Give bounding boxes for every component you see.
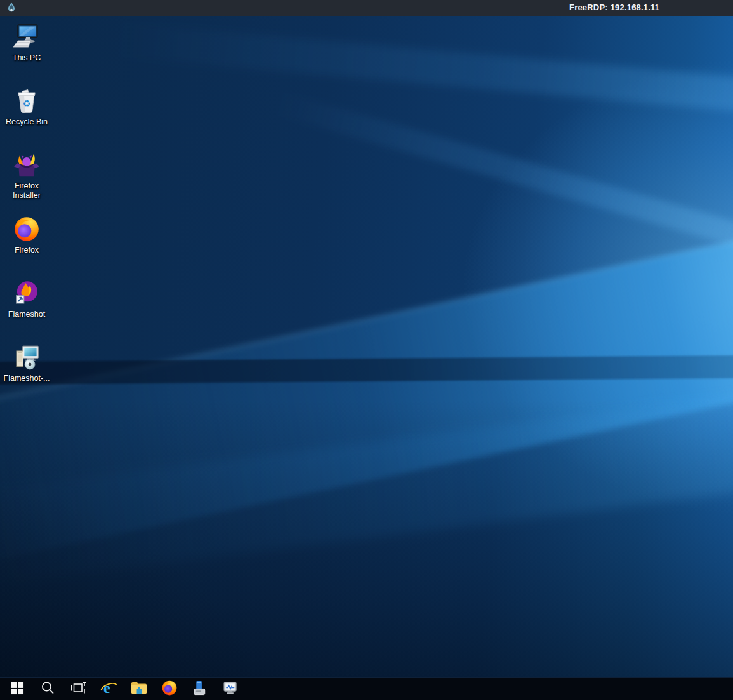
system-monitor-button[interactable]	[215, 678, 246, 700]
folder-icon	[131, 681, 147, 697]
desktop-icon-flameshot-setup[interactable]: Flameshot-...	[1, 341, 53, 406]
firefox-icon	[161, 680, 178, 698]
desktop-icon-label: Flameshot	[8, 310, 45, 319]
shade	[0, 16, 733, 678]
desktop-icon-label: Firefox Installer	[2, 182, 51, 200]
search-button[interactable]	[32, 678, 63, 700]
task-view-icon	[70, 681, 86, 697]
firefox-taskbar-button[interactable]	[154, 678, 185, 700]
installer-setup-icon	[13, 343, 41, 372]
desktop-icon-recycle-bin[interactable]: ♻ Recycle Bin	[1, 85, 53, 149]
firefox-icon	[13, 215, 41, 244]
internet-explorer-button[interactable]: e	[93, 678, 124, 700]
pc-tower-icon	[192, 680, 208, 698]
firefox-installer-icon	[13, 150, 41, 180]
desktop-icon-firefox[interactable]: Firefox	[1, 213, 53, 277]
pc-tower-app-button[interactable]	[185, 678, 215, 700]
monitor-pulse-icon	[223, 681, 239, 697]
desktop-icon-label: Flameshot-...	[4, 374, 50, 383]
this-pc-icon	[13, 22, 41, 51]
task-view-button[interactable]	[63, 678, 93, 700]
flameshot-icon	[13, 279, 41, 308]
svg-text:♻: ♻	[23, 98, 30, 109]
remote-desktop-screen: FreeRDP: 192.168.1.11	[0, 0, 733, 700]
desktop-icon-label: Recycle Bin	[6, 117, 48, 127]
search-icon	[41, 681, 55, 697]
wallpaper	[0, 16, 733, 678]
windows-logo-icon	[11, 682, 24, 697]
svg-text:e: e	[103, 680, 110, 696]
taskbar: e	[0, 677, 733, 700]
internet-explorer-icon: e	[100, 680, 117, 699]
window-titlebar[interactable]: FreeRDP: 192.168.1.11	[0, 0, 733, 16]
desktop-icon-flameshot[interactable]: Flameshot	[1, 277, 53, 341]
desktop[interactable]: This PC ♻ Recycle Bin	[0, 16, 733, 678]
desktop-icon-label: Firefox	[15, 246, 39, 255]
desktop-icon-this-pc[interactable]: This PC	[1, 21, 53, 85]
desktop-icon-firefox-installer[interactable]: Firefox Installer	[1, 149, 53, 213]
file-explorer-button[interactable]	[124, 678, 154, 700]
desktop-icon-column: This PC ♻ Recycle Bin	[1, 21, 53, 406]
start-button[interactable]	[2, 678, 32, 700]
recycle-bin-icon: ♻	[13, 86, 41, 116]
desktop-icon-label: This PC	[13, 53, 41, 63]
freerdp-flame-icon	[6, 2, 17, 14]
window-title: FreeRDP: 192.168.1.11	[569, 3, 659, 12]
